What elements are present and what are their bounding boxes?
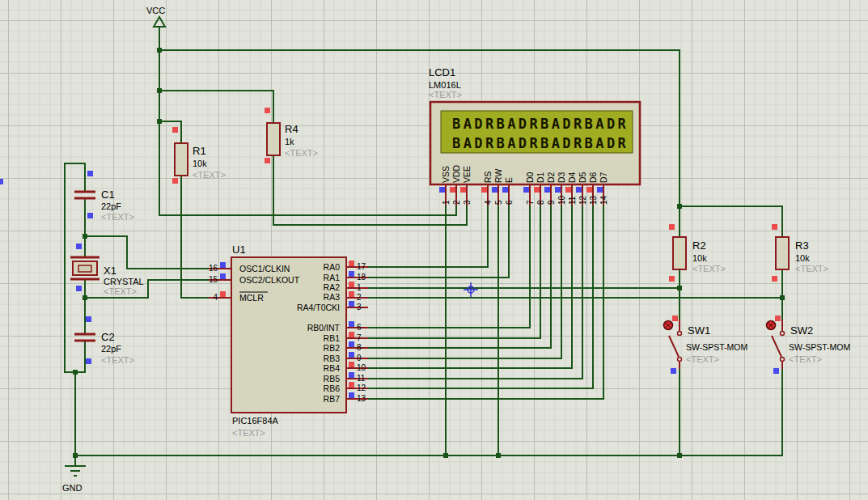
resistor-body[interactable] [673, 237, 686, 269]
pin-state-square [349, 352, 354, 358]
part-value: SW-SPST-MOM [686, 342, 747, 352]
pin-name: RA4/T0CKI [297, 303, 340, 312]
lcd-pin-name: D7 [599, 172, 608, 183]
pin-state-square [76, 244, 82, 249]
schematic-canvas: VCC GND R1 10k <TEXT> R4 1k <TEXT> R2 10… [0, 0, 868, 500]
pin-number: 8 [357, 343, 362, 352]
junction-dot [780, 295, 785, 300]
lcd-pin-number: 13 [589, 195, 598, 205]
pin-state-square [349, 341, 354, 347]
pin-state-square [492, 187, 498, 193]
part-ref: R3 [795, 239, 809, 252]
part-value: LM016L [429, 80, 461, 90]
pin-number: 7 [357, 333, 362, 342]
lcd-pin-number: 11 [568, 196, 577, 205]
lcd-pin-number: 10 [557, 195, 566, 205]
part-text-placeholder: <TEXT> [232, 428, 265, 438]
junction-dot [157, 119, 162, 124]
part-text-placeholder: <TEXT> [692, 264, 726, 273]
pin-state-square [87, 171, 93, 176]
part-ref: R1 [193, 145, 206, 157]
part-text-placeholder: <TEXT> [101, 355, 134, 365]
pin-number: 4 [213, 293, 218, 302]
part-text-placeholder: <TEXT> [429, 90, 462, 100]
pin-number: 12 [357, 383, 366, 392]
pin-state-square [672, 316, 678, 321]
pin-name: RB1 [324, 333, 341, 343]
part-text-placeholder: <TEXT> [686, 354, 719, 364]
part-value: 22pF [101, 201, 121, 211]
part-value: 1k [285, 137, 294, 146]
lcd-screen-line2: BADRBADRBADRBADR [452, 135, 629, 151]
pin-state-square [544, 187, 550, 193]
lcd-pin-number: 9 [547, 200, 556, 205]
lcd-pin-number: 6 [505, 200, 514, 205]
pin-state-square [772, 276, 777, 282]
pin-state-square [76, 286, 82, 291]
pin-number: 15 [209, 275, 218, 284]
pin-number: 10 [357, 363, 366, 372]
pin-number: 13 [357, 394, 366, 403]
switch-contact [678, 358, 682, 362]
pin-state-square [349, 291, 354, 297]
part-value: 10k [692, 253, 707, 263]
lcd-pin-number: 5 [494, 200, 503, 205]
pin-name: MCLR [239, 293, 264, 303]
part-ref: SW2 [790, 324, 813, 337]
lcd-pin-number: 12 [578, 195, 587, 205]
pin-state-square [460, 187, 466, 193]
pin-state-square [775, 316, 781, 321]
pin-state-square [349, 261, 354, 266]
switch-contact [781, 332, 785, 336]
part-ref: C2 [101, 331, 115, 343]
pin-name: OSC1/CLKIN [239, 264, 290, 273]
resistor-body[interactable] [267, 123, 280, 155]
lcd-pin-name: D5 [578, 172, 587, 183]
part-value: 10k [193, 159, 207, 168]
pin-number: 16 [209, 264, 218, 273]
pin-name: RA3 [324, 292, 341, 302]
pin-name: RB3 [324, 354, 341, 363]
pin-state-square [555, 187, 561, 193]
pin-state-square [86, 358, 91, 364]
gnd-label: GND [62, 483, 83, 493]
pin-state-square [265, 158, 270, 163]
resistor-body[interactable] [175, 143, 188, 176]
pin-state-square [349, 332, 354, 337]
part-value: SW-SPST-MOM [789, 342, 850, 352]
lcd-pin-name: VEE [462, 166, 472, 183]
pin-number: 1 [357, 283, 362, 292]
part-ref: X1 [104, 265, 116, 277]
part-text-placeholder: <TEXT> [104, 286, 137, 296]
part-ref: C1 [101, 189, 115, 201]
lcd-pin-number: 8 [536, 200, 545, 205]
switch-contact [678, 332, 682, 336]
pin-state-square [349, 382, 354, 388]
lcd-pin-name: D4 [567, 172, 577, 183]
junction-dot [496, 453, 501, 458]
lcd-screen-line1: BADRBADRBADRBADR [452, 116, 629, 132]
pin-name: RB5 [324, 374, 341, 383]
pin-name: RA2 [324, 282, 341, 292]
pin-state-square [481, 187, 487, 193]
pin-state-square [450, 187, 455, 193]
part-ref: U1 [232, 244, 246, 256]
pin-state-square [565, 187, 571, 193]
lcd-pin-name: RW [493, 169, 503, 183]
pin-name: RB0/INT [307, 323, 341, 333]
resistor-body[interactable] [776, 237, 789, 269]
pin-state-square [172, 127, 178, 133]
junction-dot [73, 370, 78, 375]
part-ref: R2 [692, 239, 706, 252]
mcu-u1[interactable]: U1 PIC16F84A <TEXT> 16 OSC1/CLKIN 15 OSC… [209, 244, 368, 438]
junction-dot [83, 295, 87, 300]
pin-state-square [220, 291, 226, 297]
pin-state-square [502, 187, 508, 193]
lcd-pin-number: 14 [599, 195, 608, 205]
lcd-pin-name: D6 [588, 172, 598, 183]
junction-dot [443, 453, 448, 458]
lcd-pin-name: RS [483, 171, 493, 183]
lcd-pin-number: 1 [442, 200, 451, 205]
lcd-pin-number: 3 [463, 200, 472, 205]
pin-state-square [576, 187, 582, 193]
